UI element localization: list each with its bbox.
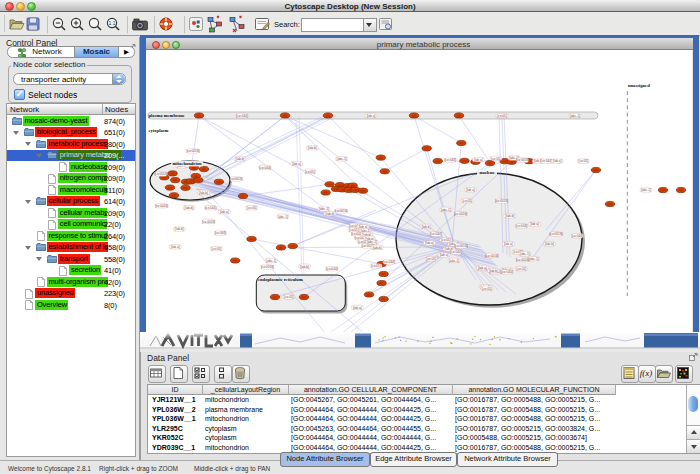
svg-text:[lab-b]: [lab-b] [489,269,498,273]
svg-text:[abc-1]: [abc-1] [266,259,276,263]
svg-text:[co:05]: [co:05] [284,295,294,299]
svg-text:[co:0016]: [co:0016] [155,204,168,208]
svg-text:[co:0016]: [co:0016] [516,158,529,162]
svg-text:[lab-b]: [lab-b] [373,246,382,250]
svg-text:[lab-b]: [lab-b] [185,206,194,210]
svg-text:[co:0016]: [co:0016] [202,220,215,224]
svg-text:[co:0016]: [co:0016] [485,254,498,258]
svg-text:[lab-b]: [lab-b] [545,242,554,246]
svg-text:[lab a]: [lab a] [353,306,362,310]
svg-text:[co:05]: [co:05] [579,159,589,163]
svg-text:[co:044]: [co:044] [215,231,226,235]
svg-text:[co:05]: [co:05] [247,206,257,210]
svg-text:cytoplasm: cytoplasm [149,128,169,133]
svg-text:[co:05]: [co:05] [426,257,436,261]
svg-text:[co:0016]: [co:0016] [334,209,347,213]
svg-text:[co:0016]: [co:0016] [454,244,467,248]
svg-text:[co:0016]: [co:0016] [154,172,167,176]
svg-text:[lab a]: [lab a] [440,253,449,257]
svg-text:[co:044]: [co:044] [516,224,527,228]
svg-text:[co:0016]: [co:0016] [229,177,242,181]
svg-text:[lab a]: [lab a] [425,241,434,245]
svg-text:[co:0016]: [co:0016] [186,149,199,153]
svg-text:[co:044]: [co:044] [572,234,583,238]
svg-text:[co:05]: [co:05] [517,267,527,271]
svg-text:[lab a]: [lab a] [553,159,562,163]
svg-text:[lab a]: [lab a] [367,114,376,118]
svg-text:[co:044]: [co:044] [445,158,456,162]
svg-text:[abc-1]: [abc-1] [529,257,539,261]
svg-text:[lab a]: [lab a] [171,245,180,249]
svg-text:[abc-1]: [abc-1] [641,188,651,192]
svg-text:[lab-b]: [lab-b] [308,146,317,150]
svg-text:[co:05]: [co:05] [305,170,315,174]
svg-text:[lab a]: [lab a] [292,162,301,166]
svg-text:[co:05]: [co:05] [491,157,501,161]
svg-text:[lab a]: [lab a] [220,210,229,214]
svg-text:f(x): f(x) [640,368,653,378]
svg-text:[co:044]: [co:044] [430,232,441,236]
svg-text:[co:05]: [co:05] [497,114,507,118]
svg-text:[abc-1]: [abc-1] [319,207,329,211]
svg-text:[co:044]: [co:044] [383,260,394,264]
svg-text:[lab a]: [lab a] [474,158,483,162]
svg-text:[lab a]: [lab a] [466,188,475,192]
svg-text:mitochondrion: mitochondrion [172,161,202,166]
svg-text:[abc-1]: [abc-1] [441,208,451,212]
svg-text:[abc-1]: [abc-1] [570,114,580,118]
svg-text:[lab-b]: [lab-b] [199,191,208,195]
svg-text:[co:044]: [co:044] [501,270,512,274]
svg-text:[co:0016]: [co:0016] [454,212,467,216]
svg-text:[co:044]: [co:044] [236,114,247,118]
svg-text:[lab a]: [lab a] [504,242,513,246]
svg-text:endoplasmic reticulum: endoplasmic reticulum [258,277,303,282]
svg-text:[lab-b]: [lab-b] [300,265,309,269]
svg-text:[lab a]: [lab a] [530,222,539,226]
svg-text:[co:044]: [co:044] [205,206,216,210]
svg-text:[co:05]: [co:05] [371,264,381,268]
svg-text:nucleus: nucleus [480,170,495,175]
svg-text:[co:044]: [co:044] [259,166,270,170]
svg-text:unassigned: unassigned [628,83,650,88]
svg-text:[co:05]: [co:05] [482,287,492,291]
svg-text:[co:05]: [co:05] [212,247,222,251]
svg-text:[co:05]: [co:05] [462,199,472,203]
svg-text:[lab-b]: [lab-b] [236,157,245,161]
svg-text:[lab-b]: [lab-b] [326,212,335,216]
svg-text:[abc-1]: [abc-1] [337,157,347,161]
svg-text:[co:0016]: [co:0016] [261,265,274,269]
svg-text:[co:0016]: [co:0016] [549,232,562,236]
svg-text:[abc-1]: [abc-1] [278,215,288,219]
svg-text:[lab-b]: [lab-b] [175,227,184,231]
svg-text:[lab a]: [lab a] [478,266,487,270]
svg-text:[co:044]: [co:044] [450,250,461,254]
svg-text:1:1: 1:1 [109,20,116,26]
svg-text:[co:0016]: [co:0016] [495,199,508,203]
svg-text:[co:044]: [co:044] [326,267,337,271]
svg-text:plasma membrane: plasma membrane [149,113,185,118]
svg-text:[lab-b]: [lab-b] [422,225,431,229]
svg-text:[abc-1]: [abc-1] [449,259,459,263]
svg-text:[abc-1]: [abc-1] [520,252,530,256]
svg-text:[lab-b]: [lab-b] [505,214,514,218]
svg-text:[co:044]: [co:044] [541,159,552,163]
svg-text:[co:0016]: [co:0016] [516,258,529,262]
